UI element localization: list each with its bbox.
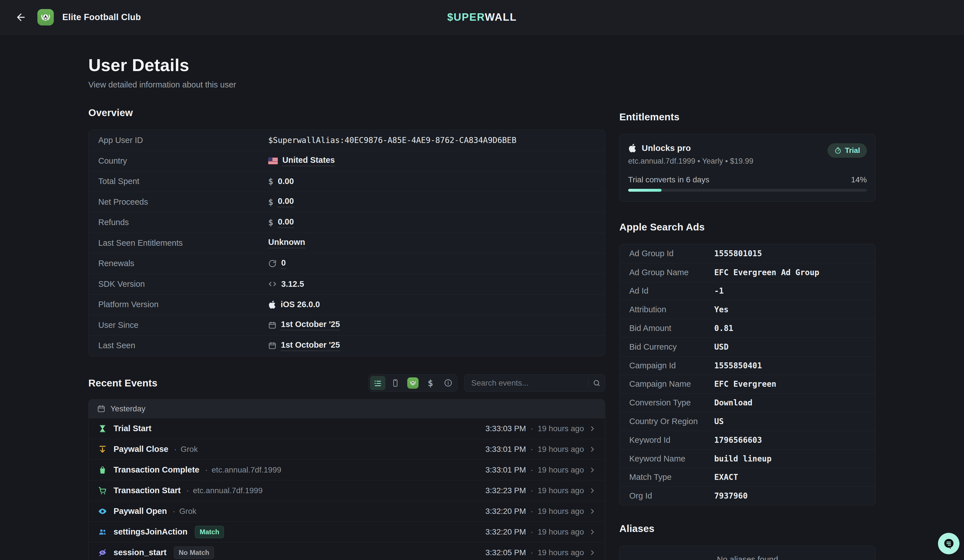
dollar-icon: $ [268, 197, 273, 207]
asa-value: Download [714, 398, 752, 407]
event-row[interactable]: Paywall Open ·Grok 3:32:20 PM·19 hours a… [89, 501, 605, 521]
event-sublabel: etc.annual.7df.1999 [193, 486, 262, 495]
event-row[interactable]: settingsJoinAction Match 3:32:20 PM·19 h… [89, 521, 605, 542]
event-row[interactable]: Paywall Close ·Grok 3:33:01 PM·19 hours … [89, 439, 605, 459]
top-bar: Elite Football Club $UPERWALL [0, 0, 964, 34]
event-name: Transaction Complete [114, 465, 199, 474]
code-icon [268, 280, 277, 288]
us-flag-icon [268, 158, 278, 164]
event-time: 3:32:23 PM [485, 486, 526, 495]
shopping-bag-icon [97, 465, 108, 475]
net-proceeds-value[interactable]: 0.00 [278, 197, 294, 207]
filter-all-events-button[interactable] [370, 376, 386, 390]
row-label: Last Seen [98, 341, 268, 350]
calendar-icon [268, 342, 277, 350]
total-spent-value: 0.00 [278, 177, 294, 186]
renewals-value[interactable]: 0 [281, 258, 286, 269]
asa-value: 1796566603 [714, 435, 762, 445]
page-title: User Details [88, 55, 605, 75]
table-row: Conversion TypeDownload [620, 393, 875, 412]
event-sublabel: Grok [179, 507, 197, 516]
superwall-logo: $UPERWALL [447, 11, 517, 23]
page-subtitle: View detailed information about this use… [88, 80, 605, 90]
chevron-right-icon [588, 549, 596, 557]
chevron-right-icon [588, 507, 596, 515]
country-value[interactable]: United States [282, 155, 335, 166]
event-time: 3:32:20 PM [485, 527, 526, 537]
events-search-input[interactable] [464, 379, 588, 387]
filter-app-events-button[interactable] [405, 376, 420, 390]
apple-search-ads-heading: Apple Search Ads [619, 221, 876, 233]
no-match-badge: No Match [174, 546, 214, 559]
refunds-value[interactable]: 0.00 [278, 217, 294, 228]
asa-value: EFC Evergreen [714, 379, 776, 389]
asa-value: 1555850401 [714, 361, 762, 370]
trial-badge: Trial [827, 143, 867, 158]
app-name: Elite Football Club [62, 12, 141, 22]
event-row[interactable]: Transaction Complete ·etc.annual.7df.199… [89, 459, 605, 480]
table-row: Campaign NameEFC Evergreen [620, 375, 875, 394]
events-group-header: Yesterday [89, 399, 605, 418]
list-icon [373, 379, 382, 387]
asa-value: 7937960 [714, 491, 747, 501]
refresh-icon [268, 259, 277, 268]
last-seen-entitlements-value[interactable]: Unknown [268, 238, 305, 248]
sdk-version-value: 3.12.5 [281, 280, 304, 289]
apple-search-ads-table: Ad Group Id1555801015 Ad Group NameEFC E… [619, 244, 876, 505]
back-button[interactable] [13, 9, 29, 25]
dollar-icon: $ [268, 176, 273, 186]
app-user-id-value[interactable]: $SuperwallAlias:40EC9876-A85E-4AE9-8762-… [268, 136, 516, 145]
table-row: User Since 1st October '25 [89, 315, 605, 335]
chat-bubble-icon [943, 537, 955, 550]
table-row: Keyword Namebuild lineup [620, 449, 875, 468]
event-relative-time: 19 hours ago [538, 445, 584, 454]
phone-icon [391, 379, 400, 387]
table-row: AttributionYes [620, 300, 875, 319]
row-label: User Since [98, 321, 268, 330]
table-row: Ad Group Id1555801015 [620, 244, 875, 263]
user-since-value[interactable]: 1st October '25 [281, 320, 340, 330]
event-time: 3:33:01 PM [485, 466, 526, 474]
filter-device-events-button[interactable] [388, 376, 403, 390]
table-row: Total Spent $ 0.00 [89, 171, 605, 192]
chat-support-button[interactable] [938, 533, 959, 554]
event-sublabel: Grok [181, 445, 198, 454]
events-filter-toolbar: $ [368, 374, 458, 392]
table-row: Last Seen 1st October '25 [89, 335, 605, 356]
arrow-down-to-line-icon [97, 444, 108, 455]
event-relative-time: 19 hours ago [538, 466, 584, 474]
filter-revenue-events-button[interactable]: $ [423, 376, 438, 390]
event-name: Trial Start [114, 424, 151, 433]
row-label: SDK Version [98, 280, 268, 289]
event-row[interactable]: Trial Start 3:33:03 PM·19 hours ago [89, 418, 605, 439]
table-row: Campaign Id1555850401 [620, 356, 875, 375]
aliases-empty-card: No aliases found [619, 545, 876, 560]
row-label: Total Spent [98, 177, 268, 186]
search-icon[interactable] [588, 379, 605, 387]
calendar-icon [97, 405, 105, 413]
filter-info-events-button[interactable] [440, 376, 456, 390]
table-row: Net Proceeds $ 0.00 [89, 192, 605, 212]
entitlements-heading: Entitlements [619, 111, 876, 122]
table-row: Bid CurrencyUSD [620, 337, 875, 356]
overview-table: App User ID $SuperwallAlias:40EC9876-A85… [88, 130, 605, 356]
users-icon [97, 527, 108, 537]
entitlement-card: Unlocks pro etc.annual.7df.1999 • Yearly… [619, 134, 876, 202]
dollar-icon: $ [428, 378, 433, 388]
asa-value: USD [714, 342, 729, 352]
no-aliases-text: No aliases found [717, 555, 778, 560]
table-row: Bid Amount0.81 [620, 319, 875, 337]
event-row[interactable]: session_start No Match 3:32:05 PM·19 hou… [89, 542, 605, 560]
last-seen-value[interactable]: 1st October '25 [281, 340, 340, 351]
row-label: Last Seen Entitlements [98, 238, 268, 248]
asa-value: build lineup [714, 454, 772, 464]
table-row: Match TypeEXACT [620, 468, 875, 487]
event-name: Paywall Open [114, 506, 167, 516]
shopping-cart-icon [97, 485, 108, 496]
chevron-right-icon [588, 466, 596, 474]
eye-off-icon [97, 547, 108, 558]
apple-icon [628, 144, 637, 152]
event-row[interactable]: Transaction Start ·etc.annual.7df.1999 3… [89, 480, 605, 501]
row-label: Refunds [98, 218, 268, 227]
event-sublabel: etc.annual.7df.1999 [212, 466, 281, 474]
